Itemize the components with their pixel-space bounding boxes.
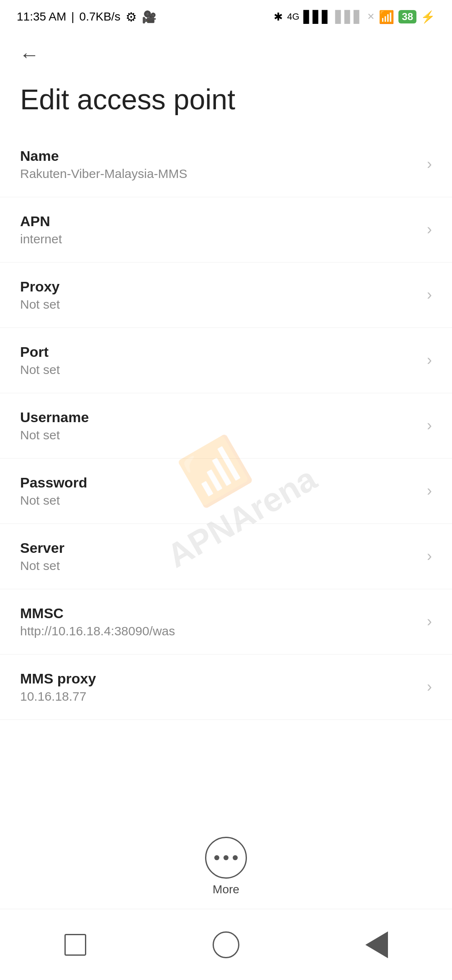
more-circle-icon: [205, 837, 247, 879]
settings-item-username[interactable]: Username Not set ›: [0, 393, 452, 459]
settings-item-value-port: Not set: [20, 363, 419, 377]
chevron-right-icon: ›: [427, 351, 432, 369]
status-separator: |: [71, 10, 74, 23]
signal-bars2-icon: ▋▋▋: [335, 10, 363, 24]
settings-item-title-username: Username: [20, 409, 419, 426]
settings-item-title-mmsc: MMSC: [20, 605, 419, 622]
more-label: More: [213, 883, 239, 896]
chevron-right-icon: ›: [427, 678, 432, 696]
settings-item-value-apn: internet: [20, 232, 419, 246]
settings-item-value-username: Not set: [20, 428, 419, 442]
status-bar: 11:35 AM | 0.7KB/s ⚙ 🎥 ✱ 4G ▋▋▋ ▋▋▋ ✕ 📶 …: [0, 0, 452, 34]
back-arrow-icon: ←: [19, 43, 39, 66]
back-button[interactable]: ←: [17, 42, 42, 67]
settings-item-mms-proxy[interactable]: MMS proxy 10.16.18.77 ›: [0, 655, 452, 720]
settings-item-mmsc[interactable]: MMSC http://10.16.18.4:38090/was ›: [0, 589, 452, 655]
nav-recents-button[interactable]: [59, 928, 92, 962]
status-left: 11:35 AM | 0.7KB/s ⚙ 🎥: [17, 10, 157, 24]
nav-back-icon: [365, 931, 388, 958]
nav-back-button[interactable]: [360, 928, 393, 962]
bluetooth-icon: ✱: [274, 10, 283, 23]
settings-item-password[interactable]: Password Not set ›: [0, 459, 452, 524]
chevron-right-icon: ›: [427, 155, 432, 173]
settings-item-value-mms-proxy: 10.16.18.77: [20, 689, 419, 704]
nav-home-icon: [213, 931, 239, 958]
settings-item-content-proxy: Proxy Not set: [20, 279, 419, 312]
status-speed: 0.7KB/s: [80, 10, 121, 23]
more-dots-icon: [214, 855, 238, 860]
chevron-right-icon: ›: [427, 221, 432, 238]
nav-home-button[interactable]: [209, 928, 243, 962]
settings-item-title-apn: APN: [20, 213, 419, 230]
settings-item-value-proxy: Not set: [20, 297, 419, 312]
chevron-right-icon: ›: [427, 417, 432, 434]
settings-list: Name Rakuten-Viber-Malaysia-MMS › APN in…: [0, 132, 452, 720]
settings-item-value-server: Not set: [20, 559, 419, 573]
settings-item-content-name: Name Rakuten-Viber-Malaysia-MMS: [20, 148, 419, 181]
settings-item-title-name: Name: [20, 148, 419, 164]
chevron-right-icon: ›: [427, 286, 432, 304]
settings-item-title-mms-proxy: MMS proxy: [20, 671, 419, 687]
settings-item-name[interactable]: Name Rakuten-Viber-Malaysia-MMS ›: [0, 132, 452, 197]
status-right: ✱ 4G ▋▋▋ ▋▋▋ ✕ 📶 38 ⚡: [274, 10, 435, 24]
page-title: Edit access point: [0, 75, 452, 132]
bolt-icon: ⚡: [421, 10, 435, 24]
chevron-right-icon: ›: [427, 613, 432, 630]
settings-item-content-port: Port Not set: [20, 344, 419, 377]
signal-x-icon: ✕: [367, 11, 375, 22]
settings-item-title-password: Password: [20, 475, 419, 491]
settings-item-proxy[interactable]: Proxy Not set ›: [0, 263, 452, 328]
settings-item-content-server: Server Not set: [20, 540, 419, 573]
wifi-icon: 📶: [379, 10, 394, 24]
settings-item-title-server: Server: [20, 540, 419, 556]
signal-4g-icon: 4G: [287, 11, 299, 22]
settings-item-value-password: Not set: [20, 493, 419, 508]
settings-item-content-mms-proxy: MMS proxy 10.16.18.77: [20, 671, 419, 704]
settings-item-value-name: Rakuten-Viber-Malaysia-MMS: [20, 167, 419, 181]
nav-bar: [0, 909, 452, 980]
settings-item-content-mmsc: MMSC http://10.16.18.4:38090/was: [20, 605, 419, 638]
settings-item-title-proxy: Proxy: [20, 279, 419, 295]
settings-item-server[interactable]: Server Not set ›: [0, 524, 452, 589]
chevron-right-icon: ›: [427, 547, 432, 565]
status-time: 11:35 AM: [17, 10, 66, 23]
camera-icon: 🎥: [142, 10, 157, 24]
settings-item-value-mmsc: http://10.16.18.4:38090/was: [20, 624, 419, 638]
settings-item-title-port: Port: [20, 344, 419, 360]
chevron-right-icon: ›: [427, 482, 432, 500]
settings-item-apn[interactable]: APN internet ›: [0, 197, 452, 263]
nav-recents-icon: [64, 934, 86, 956]
more-button[interactable]: More: [205, 837, 247, 896]
settings-item-port[interactable]: Port Not set ›: [0, 328, 452, 393]
settings-item-content-apn: APN internet: [20, 213, 419, 246]
settings-item-content-password: Password Not set: [20, 475, 419, 508]
signal-bars-icon: ▋▋▋: [303, 10, 331, 24]
battery-indicator: 38: [398, 10, 416, 23]
toolbar: ←: [0, 34, 452, 75]
settings-icon: ⚙: [126, 10, 137, 24]
settings-item-content-username: Username Not set: [20, 409, 419, 442]
